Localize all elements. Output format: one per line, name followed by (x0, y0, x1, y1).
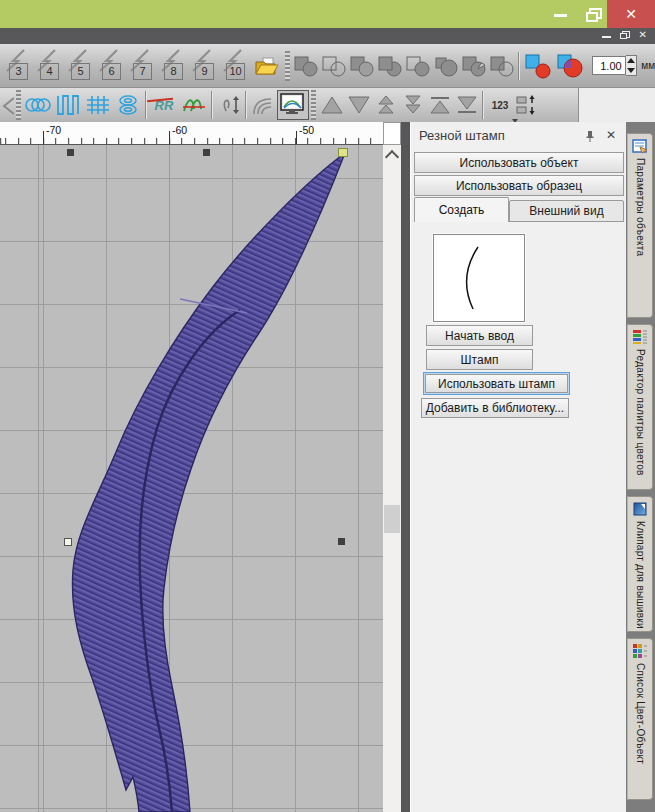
hotkey-label: 8 (164, 63, 183, 80)
screen-preview-button[interactable] (277, 90, 309, 120)
reorder-button[interactable] (514, 91, 538, 119)
tab-appearance[interactable]: Внешний вид (509, 200, 624, 222)
circle-front-button[interactable] (432, 46, 460, 86)
start-input-button[interactable]: Начать ввод (426, 325, 533, 346)
hotkey-7-button[interactable]: 7 (127, 46, 158, 86)
stitch-sequence-button[interactable]: 123 (486, 91, 514, 119)
circle-outline-button[interactable] (404, 46, 432, 86)
entry-point-marker[interactable] (338, 148, 348, 157)
add-to-library-button[interactable]: Добавить в библиотеку... (421, 398, 569, 418)
minimize-icon[interactable] (554, 14, 567, 17)
doc-close-icon[interactable]: ✕ (639, 29, 647, 40)
triangle-bottomline-icon (455, 95, 479, 115)
ruler-ticks (0, 138, 383, 144)
sidetab-clipart[interactable]: Клипарт для вышивки (627, 496, 653, 632)
hotkey-10-button[interactable]: 10 (220, 46, 251, 86)
hotkey-4-button[interactable]: 4 (34, 46, 65, 86)
sidetab-palette-editor[interactable]: Редактор палитры цветов (627, 324, 653, 490)
reshape-node[interactable] (67, 149, 74, 156)
hotkey-5-button[interactable]: 5 (65, 46, 96, 86)
subtract-shapes-button[interactable] (488, 46, 516, 86)
palette-icon (632, 329, 648, 345)
hotkey-6-button[interactable]: 6 (96, 46, 127, 86)
move-backward-button[interactable] (345, 91, 372, 119)
reshape-node[interactable] (338, 538, 345, 545)
restore-icon[interactable] (586, 8, 599, 19)
clipped-tool-button[interactable] (0, 91, 14, 119)
document-bar: ✕ (0, 28, 655, 44)
sidetab-object-properties[interactable]: Параметры объекта (627, 133, 653, 318)
doc-restore-icon[interactable] (620, 31, 629, 39)
toolbar-separator (482, 91, 484, 119)
move-to-front-button[interactable] (426, 91, 453, 119)
vertical-scrollbar[interactable] (383, 122, 401, 812)
weld-shapes-button[interactable] (292, 46, 320, 86)
embroidery-object[interactable] (0, 145, 383, 812)
toolbar-separator (145, 91, 147, 119)
hotkey-9-button[interactable]: 9 (189, 46, 220, 86)
design-canvas-area: -70 -60 -50 (0, 122, 401, 812)
panel-tabs: Создать Внешний вид (414, 197, 624, 222)
color-overlap-icon (524, 53, 552, 79)
stitch-length-button[interactable] (215, 91, 243, 119)
move-down-layers-button[interactable] (399, 91, 426, 119)
pin-icon[interactable] (584, 130, 596, 142)
secondary-toolbar-area: RR 123 (0, 88, 655, 122)
scrollbar-thumb[interactable] (384, 505, 400, 533)
remove-overlap-button[interactable]: RR (149, 91, 179, 119)
sidetab-label: Редактор палитры цветов (635, 349, 646, 476)
doc-minimize-icon[interactable] (602, 36, 611, 38)
column-stitch-button[interactable] (53, 91, 83, 119)
ruler-label: -70 (46, 124, 61, 136)
use-stamp-button[interactable]: Использовать штамп (425, 374, 568, 393)
merge-shapes-button[interactable] (348, 46, 376, 86)
tab-create[interactable]: Создать (414, 197, 509, 222)
motif-rings-button[interactable] (23, 91, 53, 119)
color-overlap-button[interactable] (522, 46, 554, 86)
value-input[interactable]: 1.00 (592, 56, 626, 75)
panel-close-icon[interactable]: ✕ (606, 128, 616, 142)
panel-divider[interactable] (401, 122, 410, 812)
move-forward-button[interactable] (318, 91, 345, 119)
fragment-shapes-button[interactable] (460, 46, 488, 86)
contour-stitch-button[interactable] (249, 91, 277, 119)
use-object-button[interactable]: Использовать объект (414, 152, 624, 173)
hotkey-label: 3 (9, 63, 28, 80)
move-up-layers-button[interactable] (372, 91, 399, 119)
remove-crossover-button[interactable] (179, 91, 209, 119)
hotkey-3-button[interactable]: 3 (3, 46, 34, 86)
close-button[interactable]: ✕ (607, 0, 655, 28)
stamp-button[interactable]: Штамп (426, 349, 533, 370)
scroll-up-icon[interactable] (385, 150, 399, 164)
hotkey-8-button[interactable]: 8 (158, 46, 189, 86)
loop-arrow-icon (217, 94, 241, 116)
embroidery-canvas[interactable] (0, 145, 383, 812)
stamp-preview-box[interactable] (433, 234, 525, 322)
hotkey-label: 6 (102, 63, 121, 80)
toolbar-grip[interactable] (311, 90, 316, 120)
step-down-icon[interactable] (627, 68, 635, 73)
open-design-button[interactable] (251, 46, 283, 86)
sidetab-color-object-list[interactable]: Список Цвет-Объект (627, 638, 653, 800)
unit-label: мм (641, 60, 655, 71)
step-up-icon[interactable] (627, 58, 635, 63)
hotkey-label: 9 (195, 63, 214, 80)
reshape-node-selected[interactable] (64, 538, 72, 546)
satin-leaf-shape (72, 153, 345, 812)
columns-stitch-icon (55, 94, 81, 116)
use-sample-button[interactable]: Использовать образец (414, 175, 624, 196)
intersect-shapes-button[interactable] (320, 46, 348, 86)
square-front-button[interactable] (376, 46, 404, 86)
scrollbar-corner-box[interactable] (383, 122, 401, 145)
toolbar-grip[interactable] (16, 90, 21, 120)
color-merge-button[interactable] (554, 46, 586, 86)
oval-motif-button[interactable] (113, 91, 143, 119)
horizontal-ruler: -70 -60 -50 (0, 122, 383, 145)
toolbar-separator (245, 91, 247, 119)
weave-stitch-button[interactable] (83, 91, 113, 119)
value-stepper[interactable] (626, 55, 638, 76)
reshape-node[interactable] (203, 149, 210, 156)
workspace: -70 -60 -50 (0, 122, 655, 812)
toolbar-grip[interactable] (285, 51, 290, 81)
move-to-back-button[interactable] (453, 91, 480, 119)
